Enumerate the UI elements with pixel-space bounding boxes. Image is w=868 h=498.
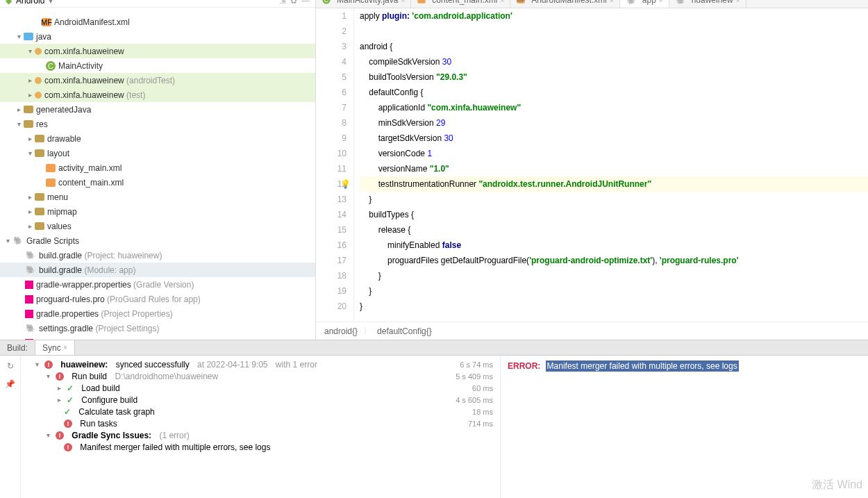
tree-folder-layout[interactable]: ▾layout xyxy=(0,146,315,160)
close-icon[interactable]: × xyxy=(401,0,405,4)
line-gutter: 1234567891011121314151617181920 xyxy=(316,8,354,322)
build-row-configbuild[interactable]: ▸✓ Configure build4 s 605 ms xyxy=(21,394,500,406)
pin-icon[interactable]: 📌 xyxy=(5,379,15,389)
build-tab-label: Build: xyxy=(0,340,35,355)
error-icon: ! xyxy=(64,443,72,451)
restart-icon[interactable]: ↻ xyxy=(7,361,14,371)
tree-folder-menu[interactable]: ▸menu xyxy=(0,190,315,204)
tree-folder-drawable[interactable]: ▸drawable xyxy=(0,131,315,146)
folder-icon xyxy=(35,135,44,142)
tree-class-mainactivity[interactable]: CMainActivity xyxy=(0,58,315,73)
tree-folder-mipmap[interactable]: ▸mipmap xyxy=(0,204,315,219)
tree-file-proguard[interactable]: proguard-rules.pro (ProGuard Rules for a… xyxy=(0,292,315,306)
gear-icon[interactable]: ✿ xyxy=(290,0,297,6)
chevron-down-icon: ▾ xyxy=(3,237,12,244)
code-editor[interactable]: 1234567891011121314151617181920 apply pl… xyxy=(316,8,868,322)
build-row-runtasks[interactable]: ! Run tasks714 ms xyxy=(21,417,500,429)
project-panel: ◆ Android ▾ ⇲ ✿ — MFAndroidManifest.xml … xyxy=(0,0,316,340)
properties-icon xyxy=(25,310,33,318)
breadcrumb-item[interactable]: defaultConfig{} xyxy=(377,326,432,336)
close-icon[interactable]: × xyxy=(610,0,614,4)
folder-icon xyxy=(35,222,44,230)
project-view-selector[interactable]: ◆ Android ▾ ⇲ ✿ — xyxy=(0,0,315,8)
editor-tab-app[interactable]: 🐘app× xyxy=(620,0,669,8)
xml-icon: MF xyxy=(517,0,525,3)
error-icon: ! xyxy=(44,360,53,369)
close-icon[interactable]: × xyxy=(500,0,504,4)
gradle-icon: 🐘 xyxy=(626,0,637,6)
error-label: ERROR: xyxy=(508,361,540,371)
editor-tabs: CMainActivity.java× content_main.xml× MF… xyxy=(316,0,868,8)
build-tab-sync[interactable]: Sync × xyxy=(35,340,75,355)
tree-file-gradleprops[interactable]: gradle.properties (Project Properties) xyxy=(0,306,315,321)
error-icon: ! xyxy=(56,372,64,381)
tree-file-activitymain[interactable]: activity_main.xml xyxy=(0,160,315,175)
chevron-right-icon: ▸ xyxy=(25,91,35,99)
intention-bulb-icon[interactable]: 💡 xyxy=(340,176,351,192)
build-row-calcgraph[interactable]: ✓ Calculate task graph18 ms xyxy=(21,406,500,417)
build-tabs: Build: Sync × xyxy=(0,340,868,356)
build-message-pane[interactable]: ERROR: Manifest merger failed with multi… xyxy=(500,356,868,498)
gradle-icon: 🐘 xyxy=(25,250,36,261)
editor-tab-mainactivity[interactable]: CMainActivity.java× xyxy=(316,0,411,8)
chevron-down-icon: ▾ xyxy=(14,33,24,40)
project-type-label: Android xyxy=(16,0,44,6)
chevron-right-icon: ▸ xyxy=(25,193,35,201)
tree-package-androidtest[interactable]: ▸com.xinfa.huaweinew (androidTest) xyxy=(0,73,315,88)
breadcrumb-item[interactable]: android{} xyxy=(324,326,358,336)
tree-file-buildgradle-module[interactable]: 🐘build.gradle (Module: app) xyxy=(0,263,315,277)
xml-icon: MF xyxy=(42,18,51,26)
properties-icon xyxy=(25,281,33,289)
editor-panel: CMainActivity.java× content_main.xml× MF… xyxy=(316,0,868,340)
build-row-loadbuild[interactable]: ▸✓ Load build60 ms xyxy=(21,382,500,394)
gradle-icon: 🐘 xyxy=(675,0,686,6)
gradle-icon: 🐘 xyxy=(25,265,36,276)
folder-icon xyxy=(24,120,33,128)
chevron-right-icon: ▸ xyxy=(25,135,35,142)
tree-gradle-scripts[interactable]: ▾🐘Gradle Scripts xyxy=(0,233,315,248)
error-icon: ! xyxy=(56,431,64,440)
xml-icon xyxy=(46,164,56,172)
tree-folder-values[interactable]: ▸values xyxy=(0,219,315,233)
build-row-root[interactable]: ▾! huaweinew: synced successfully at 202… xyxy=(21,358,500,370)
editor-tab-manifest[interactable]: MFAndroidManifest.xml× xyxy=(510,0,620,8)
folder-icon xyxy=(35,193,44,201)
close-icon[interactable]: × xyxy=(63,344,67,351)
editor-tab-contentmain[interactable]: content_main.xml× xyxy=(411,0,510,8)
editor-tab-huaweinew[interactable]: 🐘huaweinew× xyxy=(669,0,746,8)
code-content[interactable]: apply plugin: 'com.android.application' … xyxy=(354,8,868,322)
tree-package[interactable]: ▾com.xinfa.huaweinew xyxy=(0,44,315,58)
tree-file-settingsgradle[interactable]: 🐘settings.gradle (Project Settings) xyxy=(0,321,315,335)
close-icon[interactable]: × xyxy=(659,0,663,4)
gradle-icon: 🐘 xyxy=(25,323,36,334)
build-toolbar: ↻ 📌 xyxy=(0,356,21,498)
tree-folder-generatedjava[interactable]: ▸generatedJava xyxy=(0,102,315,117)
collapse-icon[interactable]: ⇲ xyxy=(279,0,286,6)
close-icon[interactable]: × xyxy=(736,0,740,4)
folder-icon xyxy=(35,208,44,215)
class-icon: C xyxy=(322,0,330,4)
breadcrumb[interactable]: android{} 〉 defaultConfig{} xyxy=(316,322,868,340)
project-tree[interactable]: MFAndroidManifest.xml ▾java ▾com.xinfa.h… xyxy=(0,13,315,340)
success-icon: ✓ xyxy=(67,395,74,405)
tree-folder-res[interactable]: ▾res xyxy=(0,117,315,131)
build-panel: Build: Sync × ↻ 📌 ▾! huaweinew: synced s… xyxy=(0,340,868,498)
tree-file-manifest[interactable]: MFAndroidManifest.xml xyxy=(0,15,315,29)
watermark: 激活 Wind xyxy=(812,478,862,492)
tree-package-test[interactable]: ▸com.xinfa.huaweinew (test) xyxy=(0,88,315,102)
chevron-right-icon: ▸ xyxy=(25,222,35,230)
properties-icon xyxy=(25,295,33,304)
tree-file-contentmain[interactable]: content_main.xml xyxy=(0,175,315,190)
chevron-right-icon: ▸ xyxy=(25,76,35,84)
build-row-syncissues[interactable]: ▾! Gradle Sync Issues: (1 error) xyxy=(21,429,500,441)
xml-icon xyxy=(418,0,426,3)
package-icon xyxy=(35,92,42,99)
build-row-runbuild[interactable]: ▾! Run build D:\androidhome\huaweinew5 s… xyxy=(21,370,500,382)
tree-file-buildgradle-project[interactable]: 🐘build.gradle (Project: huaweinew) xyxy=(0,248,315,263)
build-row-manifesterr[interactable]: ! Manifest merger failed with multiple e… xyxy=(21,441,500,453)
folder-icon xyxy=(24,106,33,113)
hide-icon[interactable]: — xyxy=(301,0,310,6)
tree-folder-java[interactable]: ▾java xyxy=(0,29,315,44)
build-output-tree[interactable]: ▾! huaweinew: synced successfully at 202… xyxy=(21,356,500,498)
tree-file-gradlewrapper[interactable]: gradle-wrapper.properties (Gradle Versio… xyxy=(0,277,315,292)
